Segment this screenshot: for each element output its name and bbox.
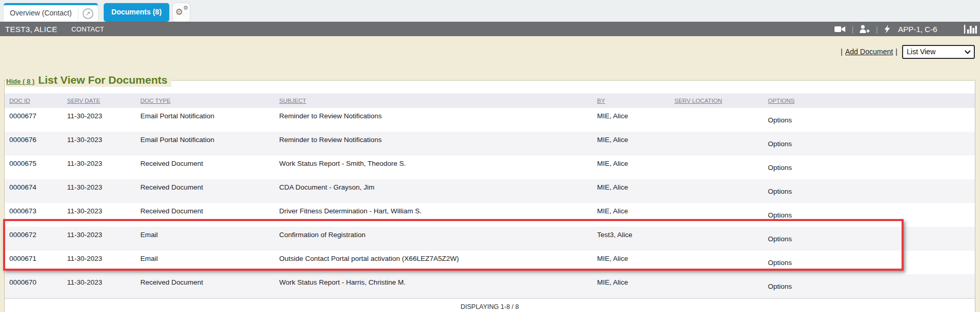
- cell-by: MIE, Alice: [592, 132, 670, 155]
- add-document-link[interactable]: Add Document: [845, 48, 893, 56]
- pipe-separator: |: [895, 48, 897, 56]
- tab-overview-contact[interactable]: Overview (Contact) ↗: [4, 3, 98, 22]
- cell-serv-location: [670, 274, 763, 298]
- table-footer-row: DISPLAYING 1-8 / 8: [5, 298, 975, 312]
- cell-subject: Reminder to Review Notifications: [275, 108, 592, 132]
- table-row: 000067611-30-2023Email Portal Notificati…: [5, 132, 975, 155]
- cell-by: MIE, Alice: [592, 155, 670, 179]
- cell-doc-id: 0000672: [5, 227, 62, 251]
- cell-serv-date: 11-30-2023: [62, 132, 136, 155]
- cell-by: MIE, Alice: [592, 108, 670, 132]
- options-link[interactable]: Options: [763, 227, 975, 251]
- cell-by: MIE, Alice: [592, 274, 670, 298]
- separator: |: [876, 25, 878, 34]
- bar-chart-icon[interactable]: [964, 25, 977, 34]
- document-actions-row: | Add Document | List View: [0, 36, 980, 59]
- cell-serv-date: 11-30-2023: [62, 155, 136, 179]
- cell-doc-type: Received Document: [136, 203, 275, 227]
- paging-status: DISPLAYING 1-8 / 8: [5, 298, 975, 312]
- sort-link[interactable]: DOC ID: [9, 98, 30, 104]
- view-select-wrap: List View: [902, 45, 975, 59]
- column-header-serv-date: SERV DATE: [62, 93, 136, 108]
- cell-doc-id: 0000671: [5, 251, 62, 274]
- column-header-doc-type: DOC TYPE: [136, 93, 275, 108]
- options-link[interactable]: Options: [763, 155, 975, 179]
- table-row: 000067111-30-2023EmailOutside Contact Po…: [5, 251, 975, 274]
- tab-overview-label: Overview (Contact): [4, 9, 78, 18]
- gears-icon: ⚙⚙: [176, 7, 187, 18]
- column-header-options: OPTIONS: [763, 93, 975, 108]
- options-link[interactable]: Options: [763, 203, 975, 227]
- options-link[interactable]: Options: [763, 132, 975, 155]
- add-person-icon[interactable]: [859, 25, 870, 34]
- cell-doc-type: Received Document: [136, 179, 275, 203]
- cell-subject: Driver Fitness Determination - Hart, Wil…: [275, 203, 592, 227]
- cell-doc-id: 0000670: [5, 274, 62, 298]
- app-location-text: APP-1, C-6: [898, 25, 937, 34]
- table-header-row: DOC IDSERV DATEDOC TYPESUBJECTBYSERV LOC…: [5, 93, 975, 108]
- cell-doc-id: 0000676: [5, 132, 62, 155]
- sort-link[interactable]: SUBJECT: [279, 98, 306, 104]
- view-mode-select[interactable]: List View: [902, 45, 975, 59]
- cell-doc-id: 0000677: [5, 108, 62, 132]
- tab-bar: Overview (Contact) ↗ Documents (8) ⚙⚙: [0, 0, 980, 22]
- column-header-subject: SUBJECT: [275, 93, 592, 108]
- panel-legend: Hide ( 8 ) List View For Documents: [6, 74, 171, 87]
- tab-documents[interactable]: Documents (8): [104, 3, 169, 22]
- cell-serv-date: 11-30-2023: [62, 251, 136, 274]
- cell-doc-type: Email Portal Notification: [136, 108, 275, 132]
- cell-by: MIE, Alice: [592, 203, 670, 227]
- open-in-new-icon: ↗: [83, 8, 93, 19]
- cell-serv-location: [670, 203, 763, 227]
- cell-by: MIE, Alice: [592, 251, 670, 274]
- cell-serv-location: [670, 155, 763, 179]
- table-row: 000067211-30-2023EmailConfirmation of Re…: [5, 227, 975, 251]
- cell-subject: Reminder to Review Notifications: [275, 132, 592, 155]
- cell-doc-id: 0000674: [5, 179, 62, 203]
- table-row: 000067711-30-2023Email Portal Notificati…: [5, 108, 975, 132]
- sort-link[interactable]: SERV LOCATION: [674, 98, 722, 104]
- cell-subject: Work Status Report - Smith, Theodore S.: [275, 155, 592, 179]
- options-link[interactable]: Options: [763, 274, 975, 298]
- options-link[interactable]: Options: [763, 251, 975, 274]
- settings-tab-button[interactable]: ⚙⚙: [173, 3, 190, 22]
- record-title-bar: TEST3, ALICE CONTACT | | APP-1, C-6: [0, 22, 980, 36]
- cell-serv-date: 11-30-2023: [62, 179, 136, 203]
- panel-title: List View For Documents: [38, 74, 168, 86]
- record-type: CONTACT: [71, 25, 104, 33]
- documents-table: DOC IDSERV DATEDOC TYPESUBJECTBYSERV LOC…: [5, 93, 975, 312]
- cell-doc-id: 0000675: [5, 155, 62, 179]
- sort-link[interactable]: OPTIONS: [768, 98, 795, 104]
- table-row: 000067511-30-2023Received DocumentWork S…: [5, 155, 975, 179]
- cell-subject: Confirmation of Registration: [275, 227, 592, 251]
- options-link[interactable]: Options: [763, 108, 975, 132]
- hide-link[interactable]: Hide ( 8 ): [6, 77, 35, 85]
- pipe-separator: |: [841, 48, 843, 56]
- lightning-bolt-icon[interactable]: [883, 25, 891, 34]
- cell-doc-type: Email: [136, 227, 275, 251]
- column-header-serv-location: SERV LOCATION: [670, 93, 763, 108]
- cell-doc-type: Email Portal Notification: [136, 132, 275, 155]
- cell-subject: Work Status Report - Harris, Christine M…: [275, 274, 592, 298]
- cell-serv-location: [670, 132, 763, 155]
- column-header-doc-id: DOC ID: [5, 93, 62, 108]
- separator: |: [852, 25, 854, 34]
- tab-documents-label: Documents (8): [111, 8, 162, 16]
- cell-subject: CDA Document - Grayson, Jim: [275, 179, 592, 203]
- popout-button[interactable]: ↗: [78, 8, 98, 19]
- sort-link[interactable]: DOC TYPE: [140, 98, 171, 104]
- sort-link[interactable]: BY: [597, 98, 605, 104]
- cell-serv-location: [670, 251, 763, 274]
- table-row: 000067411-30-2023Received DocumentCDA Do…: [5, 179, 975, 203]
- cell-by: MIE, Alice: [592, 179, 670, 203]
- cell-doc-type: Email: [136, 251, 275, 274]
- options-link[interactable]: Options: [763, 179, 975, 203]
- cell-serv-date: 11-30-2023: [62, 203, 136, 227]
- table-row: 000067311-30-2023Received DocumentDriver…: [5, 203, 975, 227]
- cell-by: Test3, Alice: [592, 227, 670, 251]
- sort-link[interactable]: SERV DATE: [67, 98, 100, 104]
- video-camera-icon[interactable]: [834, 25, 846, 33]
- cell-serv-location: [670, 179, 763, 203]
- cell-doc-type: Received Document: [136, 155, 275, 179]
- cell-doc-id: 0000673: [5, 203, 62, 227]
